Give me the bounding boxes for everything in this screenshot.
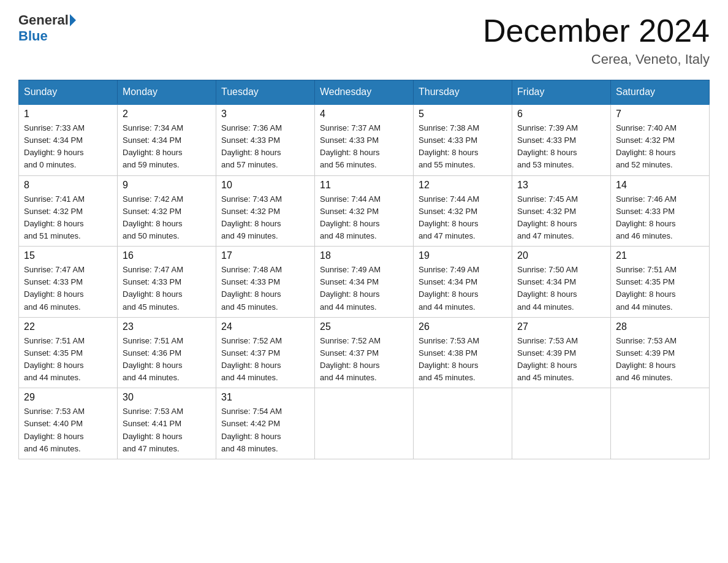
month-title: December 2024 [483,12,710,49]
day-info: Sunrise: 7:39 AMSunset: 4:33 PMDaylight:… [517,122,605,172]
day-info: Sunrise: 7:53 AMSunset: 4:40 PMDaylight:… [24,405,112,455]
calendar-cell: 18 Sunrise: 7:49 AMSunset: 4:34 PMDaylig… [315,247,414,318]
day-number: 25 [320,321,408,332]
day-number: 20 [517,250,605,261]
day-number: 27 [517,321,605,332]
day-number: 13 [517,180,605,191]
day-info: Sunrise: 7:54 AMSunset: 4:42 PMDaylight:… [221,405,309,455]
day-info: Sunrise: 7:52 AMSunset: 4:37 PMDaylight:… [320,335,408,385]
calendar-cell: 6 Sunrise: 7:39 AMSunset: 4:33 PMDayligh… [512,104,611,175]
calendar-week-row: 8 Sunrise: 7:41 AMSunset: 4:32 PMDayligh… [19,175,710,247]
day-info: Sunrise: 7:53 AMSunset: 4:38 PMDaylight:… [419,335,507,385]
day-number: 15 [24,250,112,261]
day-info: Sunrise: 7:43 AMSunset: 4:32 PMDaylight:… [221,193,309,243]
day-number: 6 [517,109,605,120]
calendar-cell: 2 Sunrise: 7:34 AMSunset: 4:34 PMDayligh… [118,104,216,175]
day-info: Sunrise: 7:33 AMSunset: 4:34 PMDaylight:… [24,122,112,172]
logo-arrow-icon [70,14,76,26]
calendar-cell: 24 Sunrise: 7:52 AMSunset: 4:37 PMDaylig… [216,317,315,388]
calendar-cell: 31 Sunrise: 7:54 AMSunset: 4:42 PMDaylig… [216,388,315,459]
page-header: General Blue December 2024 Cerea, Veneto… [18,12,710,67]
col-header-tuesday: Tuesday [216,80,315,105]
day-info: Sunrise: 7:51 AMSunset: 4:35 PMDaylight:… [24,335,112,385]
day-info: Sunrise: 7:52 AMSunset: 4:37 PMDaylight:… [221,335,309,385]
col-header-friday: Friday [512,80,611,105]
day-number: 3 [221,109,309,120]
day-number: 30 [123,392,211,403]
calendar-cell: 22 Sunrise: 7:51 AMSunset: 4:35 PMDaylig… [19,317,118,388]
day-number: 2 [123,109,211,120]
calendar-cell: 17 Sunrise: 7:48 AMSunset: 4:33 PMDaylig… [216,247,315,318]
day-number: 10 [221,180,309,191]
col-header-monday: Monday [118,80,216,105]
calendar-cell: 10 Sunrise: 7:43 AMSunset: 4:32 PMDaylig… [216,175,315,247]
day-number: 24 [221,321,309,332]
calendar-cell: 16 Sunrise: 7:47 AMSunset: 4:33 PMDaylig… [118,247,216,318]
day-number: 14 [616,180,704,191]
calendar-cell: 23 Sunrise: 7:51 AMSunset: 4:36 PMDaylig… [118,317,216,388]
calendar-cell: 15 Sunrise: 7:47 AMSunset: 4:33 PMDaylig… [19,247,118,318]
calendar-cell: 27 Sunrise: 7:53 AMSunset: 4:39 PMDaylig… [512,317,611,388]
day-number: 7 [616,109,704,120]
calendar-cell: 14 Sunrise: 7:46 AMSunset: 4:33 PMDaylig… [611,175,710,247]
day-number: 22 [24,321,112,332]
day-number: 12 [419,180,507,191]
col-header-saturday: Saturday [611,80,710,105]
day-info: Sunrise: 7:47 AMSunset: 4:33 PMDaylight:… [123,264,211,313]
calendar-cell: 8 Sunrise: 7:41 AMSunset: 4:32 PMDayligh… [19,175,118,247]
day-number: 23 [123,321,211,332]
calendar-cell [315,388,414,459]
day-info: Sunrise: 7:51 AMSunset: 4:36 PMDaylight:… [123,335,211,385]
day-number: 11 [320,180,408,191]
day-number: 28 [616,321,704,332]
day-number: 16 [123,250,211,261]
calendar-week-row: 29 Sunrise: 7:53 AMSunset: 4:40 PMDaylig… [19,388,710,459]
calendar-cell [512,388,611,459]
calendar-cell: 25 Sunrise: 7:52 AMSunset: 4:37 PMDaylig… [315,317,414,388]
col-header-sunday: Sunday [19,80,118,105]
calendar-cell: 5 Sunrise: 7:38 AMSunset: 4:33 PMDayligh… [414,104,512,175]
calendar-cell: 20 Sunrise: 7:50 AMSunset: 4:34 PMDaylig… [512,247,611,318]
day-info: Sunrise: 7:50 AMSunset: 4:34 PMDaylight:… [517,264,605,313]
day-number: 5 [419,109,507,120]
day-info: Sunrise: 7:45 AMSunset: 4:32 PMDaylight:… [517,193,605,243]
calendar-table: SundayMondayTuesdayWednesdayThursdayFrid… [18,80,710,459]
col-header-thursday: Thursday [414,80,512,105]
calendar-cell: 21 Sunrise: 7:51 AMSunset: 4:35 PMDaylig… [611,247,710,318]
calendar-cell: 1 Sunrise: 7:33 AMSunset: 4:34 PMDayligh… [19,104,118,175]
day-info: Sunrise: 7:53 AMSunset: 4:41 PMDaylight:… [123,405,211,455]
calendar-cell: 30 Sunrise: 7:53 AMSunset: 4:41 PMDaylig… [118,388,216,459]
day-info: Sunrise: 7:47 AMSunset: 4:33 PMDaylight:… [24,264,112,313]
day-info: Sunrise: 7:42 AMSunset: 4:32 PMDaylight:… [123,193,211,243]
calendar-cell [611,388,710,459]
logo: General Blue [18,12,77,44]
day-number: 1 [24,109,112,120]
day-info: Sunrise: 7:46 AMSunset: 4:33 PMDaylight:… [616,193,704,243]
day-number: 19 [419,250,507,261]
calendar-cell: 3 Sunrise: 7:36 AMSunset: 4:33 PMDayligh… [216,104,315,175]
calendar-header-row: SundayMondayTuesdayWednesdayThursdayFrid… [19,80,710,105]
calendar-cell: 26 Sunrise: 7:53 AMSunset: 4:38 PMDaylig… [414,317,512,388]
calendar-cell: 19 Sunrise: 7:49 AMSunset: 4:34 PMDaylig… [414,247,512,318]
day-number: 26 [419,321,507,332]
calendar-cell: 4 Sunrise: 7:37 AMSunset: 4:33 PMDayligh… [315,104,414,175]
logo-blue-text: Blue [18,28,48,44]
location-label: Cerea, Veneto, Italy [483,52,710,67]
logo-general-text: General [18,12,69,28]
col-header-wednesday: Wednesday [315,80,414,105]
calendar-week-row: 1 Sunrise: 7:33 AMSunset: 4:34 PMDayligh… [19,104,710,175]
day-info: Sunrise: 7:51 AMSunset: 4:35 PMDaylight:… [616,264,704,313]
calendar-cell: 9 Sunrise: 7:42 AMSunset: 4:32 PMDayligh… [118,175,216,247]
day-info: Sunrise: 7:37 AMSunset: 4:33 PMDaylight:… [320,122,408,172]
day-number: 31 [221,392,309,403]
calendar-cell: 7 Sunrise: 7:40 AMSunset: 4:32 PMDayligh… [611,104,710,175]
day-number: 29 [24,392,112,403]
calendar-cell [414,388,512,459]
calendar-week-row: 22 Sunrise: 7:51 AMSunset: 4:35 PMDaylig… [19,317,710,388]
day-info: Sunrise: 7:53 AMSunset: 4:39 PMDaylight:… [517,335,605,385]
day-info: Sunrise: 7:53 AMSunset: 4:39 PMDaylight:… [616,335,704,385]
calendar-cell: 11 Sunrise: 7:44 AMSunset: 4:32 PMDaylig… [315,175,414,247]
day-number: 18 [320,250,408,261]
day-number: 21 [616,250,704,261]
title-section: December 2024 Cerea, Veneto, Italy [483,12,710,67]
